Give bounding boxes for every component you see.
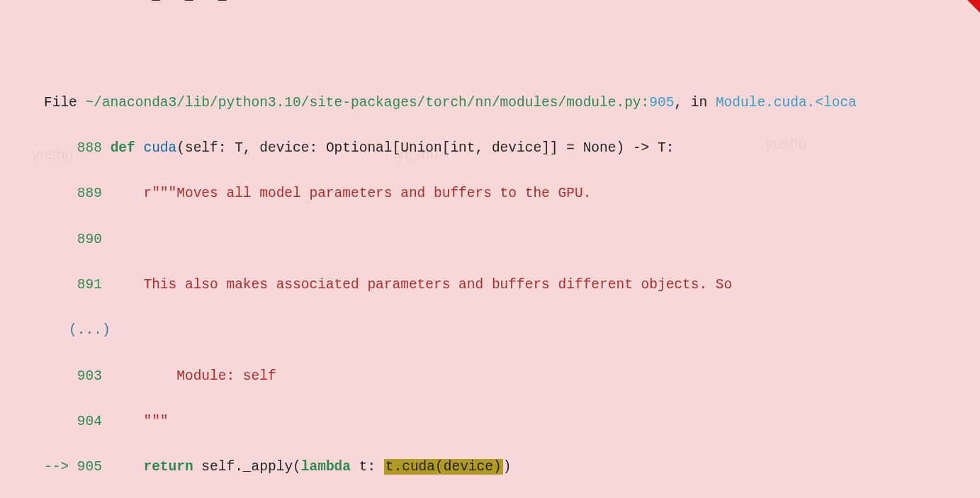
line-number: 888 — [77, 140, 102, 156]
code-line: 889 r"""Moves all model parameters and b… — [44, 182, 936, 205]
arrow-marker: --> — [44, 459, 77, 475]
code-text: ) — [503, 459, 512, 475]
func-name: cuda — [143, 140, 176, 156]
docstring: Module: self — [102, 368, 276, 384]
file-path: ~/anaconda3/lib/python3.10/site-packages… — [86, 95, 650, 111]
keyword-def: def — [111, 140, 144, 156]
file-lineno: 905 — [649, 95, 674, 111]
code-line: 891 This also makes associated parameter… — [44, 273, 936, 296]
line-number: 903 — [77, 368, 102, 384]
frame-func: Module.cuda.<loca — [716, 95, 857, 111]
line-number: 822 — [44, 0, 69, 4]
ellipsis: (...) — [69, 322, 111, 338]
corner-marker — [967, 0, 980, 13]
blank-line — [44, 45, 936, 68]
code-line: 904 """ — [44, 410, 936, 433]
ellipsis-line: (...) — [44, 319, 936, 341]
code-text: t: — [351, 459, 384, 475]
frame-header: File ~/anaconda3/lib/python3.10/site-pac… — [44, 91, 936, 114]
line-number: 889 — [77, 186, 102, 201]
docstring: """ — [102, 414, 169, 429]
code-line: 890 — [44, 228, 936, 251]
code-line: 888 def cuda(self: T, device: Optional[U… — [44, 137, 936, 159]
line-number: 891 — [77, 277, 102, 293]
code-text: self._apply( — [193, 459, 301, 475]
docstring: This also makes associated parameters an… — [102, 277, 732, 293]
keyword-lambda: lambda — [301, 459, 351, 475]
highlighted-call: t.cuda(device) — [384, 459, 503, 475]
in-word: , in — [674, 95, 716, 111]
traceback-output: 822 if should_use_set_data: File ~/anaco… — [0, 0, 980, 498]
keyword-if: if — [77, 0, 94, 4]
code-line: 903 Module: self — [44, 365, 936, 387]
code-text: should_use_set_data: — [102, 0, 268, 4]
code-text: (self: T, device: Optional[Union[int, de… — [176, 140, 674, 156]
line-number: 904 — [77, 414, 102, 429]
file-word: File — [44, 95, 86, 111]
code-line-arrow: --> 905 return self._apply(lambda t: t.c… — [44, 455, 936, 478]
keyword-return: return — [143, 459, 193, 475]
docstring: r"""Moves all model parameters and buffe… — [111, 186, 592, 201]
line-number: 890 — [77, 232, 102, 247]
line-number: 905 — [77, 459, 102, 475]
partial-top-line: 822 if should_use_set_data: — [44, 0, 268, 7]
